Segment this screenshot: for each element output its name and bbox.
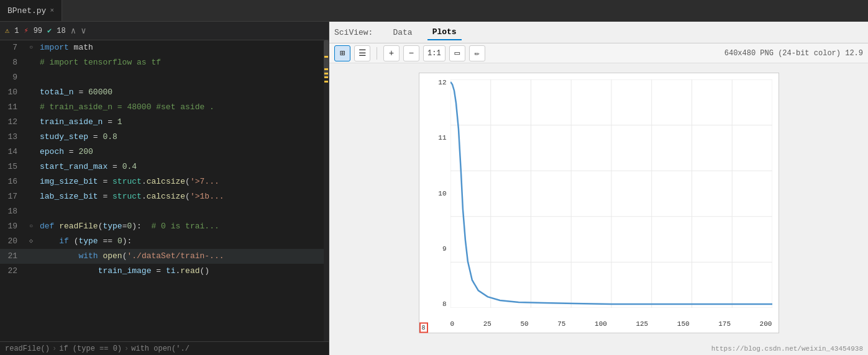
y-axis: 8 9 10 11 12 (419, 79, 449, 308)
fold-gutter[interactable]: ○ (25, 40, 37, 55)
code-line-18: 18 (0, 204, 329, 219)
code-area[interactable]: 7 ○ import math 8 # import tensorflow as… (0, 40, 329, 341)
code-line-11: 11 # train_aside_n = 48000 #set aside . (0, 100, 329, 115)
tab-close-icon[interactable]: × (50, 7, 54, 14)
x-label: 200 (760, 320, 772, 328)
sciview-footer: https://blog.csdn.net/weixin_43454938 (329, 343, 868, 355)
scroll-thumb[interactable] (324, 40, 329, 78)
breadcrumb-separator: › (52, 344, 57, 353)
fold-gutter[interactable]: ○ (25, 219, 37, 234)
warning-mark (324, 56, 328, 58)
y-label: 9 (419, 246, 449, 253)
line-number: 20 (0, 234, 25, 249)
line-content (37, 70, 45, 85)
sciview-label: SciView: (334, 28, 373, 37)
line-number: 9 (0, 70, 25, 85)
code-editor: ⚠ 1 ⚡ 99 ✔ 18 ∧ ∨ 7 ○ import math 8 (0, 22, 329, 355)
x-label: 175 (718, 320, 731, 328)
main-content: ⚠ 1 ⚡ 99 ✔ 18 ∧ ∨ 7 ○ import math 8 (0, 22, 868, 355)
line-number: 14 (0, 145, 25, 160)
tab-bar: BPnet.py × (0, 0, 868, 22)
frame-button[interactable]: ▭ (449, 45, 465, 61)
scroll-indicator[interactable] (324, 40, 329, 341)
line-number: 17 (0, 189, 25, 204)
line-number: 15 (0, 160, 25, 174)
sciview-panel: SciView: Data Plots ⊞ ☰ + − 1:1 ▭ ✏ 640x… (329, 22, 868, 355)
error-count: 99 (34, 27, 42, 35)
zoom-out-button[interactable]: − (403, 45, 419, 61)
line-number: 12 (0, 115, 25, 130)
breadcrumb-separator: › (124, 344, 129, 353)
code-line-14: 14 epoch = 200 (0, 145, 329, 160)
breadcrumb: readFile() › if (type == 0) › with open(… (0, 341, 329, 355)
breadcrumb-item-2[interactable]: if (type == 0) (59, 344, 122, 353)
code-line-17: 17 lab_size_bit = struct.calcsize('>1b..… (0, 189, 329, 204)
zoom-reset-button[interactable]: 1:1 (423, 45, 445, 61)
line-content: def readFile(type=0): # 0 is trai... (37, 219, 219, 234)
warning-mark (324, 73, 328, 74)
x-label: 125 (636, 320, 648, 328)
line-number: 18 (0, 204, 25, 219)
line-content: lab_size_bit = struct.calcsize('>1b... (37, 189, 224, 204)
list-view-button[interactable]: ☰ (354, 45, 370, 61)
ok-count: 18 (57, 27, 65, 35)
code-line-19: 19 ○ def readFile(type=0): # 0 is trai..… (0, 219, 329, 234)
code-lines: 7 ○ import math 8 # import tensorflow as… (0, 40, 329, 279)
line-number: 10 (0, 85, 25, 100)
tab-plots[interactable]: Plots (427, 25, 462, 40)
x-label: 0 (450, 320, 455, 328)
tab-data[interactable]: Data (388, 25, 417, 40)
line-content: # import tensorflow as tf (37, 55, 161, 70)
y-label: 12 (419, 79, 449, 86)
tick-box-8: 8 (419, 323, 428, 333)
fold-gutter[interactable]: ◇ (25, 234, 37, 249)
code-line-13: 13 study_step = 0.8 (0, 130, 329, 145)
y-label: 8 (419, 301, 449, 308)
file-tab-label: BPnet.py (7, 6, 46, 16)
sciview-toolbar: ⊞ ☰ + − 1:1 ▭ ✏ 640x480 PNG (24-bit colo… (329, 43, 868, 63)
x-axis: 0 25 50 75 100 125 150 175 200 (450, 320, 772, 328)
line-number: 22 (0, 264, 25, 279)
watermark: https://blog.csdn.net/weixin_43454938 (711, 345, 863, 353)
code-line-15: 15 start_rand_max = 0.4 (0, 160, 329, 174)
toolbar-separator (377, 47, 377, 60)
x-label: 100 (595, 320, 607, 328)
line-number: 7 (0, 40, 25, 55)
code-line-20: 20 ◇ if (type == 0): (0, 234, 329, 249)
zoom-in-button[interactable]: + (383, 45, 400, 61)
line-number: 8 (0, 55, 25, 70)
nav-up-button[interactable]: ∧ (71, 25, 76, 36)
x-label: 75 (557, 320, 565, 328)
breadcrumb-item-3[interactable]: with open('./ (131, 344, 190, 353)
code-line-10: 10 total_n = 60000 (0, 85, 329, 100)
file-tab[interactable]: BPnet.py × (0, 0, 62, 21)
chart-box: 8 9 10 11 12 (419, 73, 779, 333)
line-content (37, 204, 45, 219)
warning-mark (324, 76, 328, 78)
warning-icon: ⚠ (5, 26, 9, 35)
code-line-7: 7 ○ import math (0, 40, 329, 55)
line-number: 21 (0, 249, 25, 264)
line-content: total_n = 60000 (37, 85, 112, 100)
nav-down-button[interactable]: ∨ (81, 25, 86, 36)
code-line-12: 12 train_aside_n = 1 (0, 115, 329, 130)
code-line-9: 9 (0, 70, 329, 85)
line-content: train_image = ti.read() (37, 264, 209, 279)
code-line-8: 8 # import tensorflow as tf (0, 55, 329, 70)
line-content: import math (37, 40, 93, 55)
line-number: 19 (0, 219, 25, 234)
ok-icon: ✔ (47, 26, 52, 35)
error-icon: ⚡ (24, 26, 28, 35)
code-line-16: 16 img_size_bit = struct.calcsize('>7... (0, 174, 329, 189)
chart-container: 8 9 10 11 12 (329, 63, 868, 343)
editor-toolbar: ⚠ 1 ⚡ 99 ✔ 18 ∧ ∨ (0, 22, 329, 40)
grid-view-button[interactable]: ⊞ (334, 45, 350, 61)
pencil-button[interactable]: ✏ (469, 45, 485, 61)
x-label: 50 (520, 320, 528, 328)
warning-count: 1 (14, 27, 19, 35)
line-content: epoch = 200 (37, 145, 93, 160)
line-content: train_aside_n = 1 (37, 115, 122, 130)
line-content: with open('./dataSet/train-... (37, 249, 224, 264)
code-line-22: 22 train_image = ti.read() (0, 264, 329, 279)
breadcrumb-item-1[interactable]: readFile() (5, 344, 50, 353)
